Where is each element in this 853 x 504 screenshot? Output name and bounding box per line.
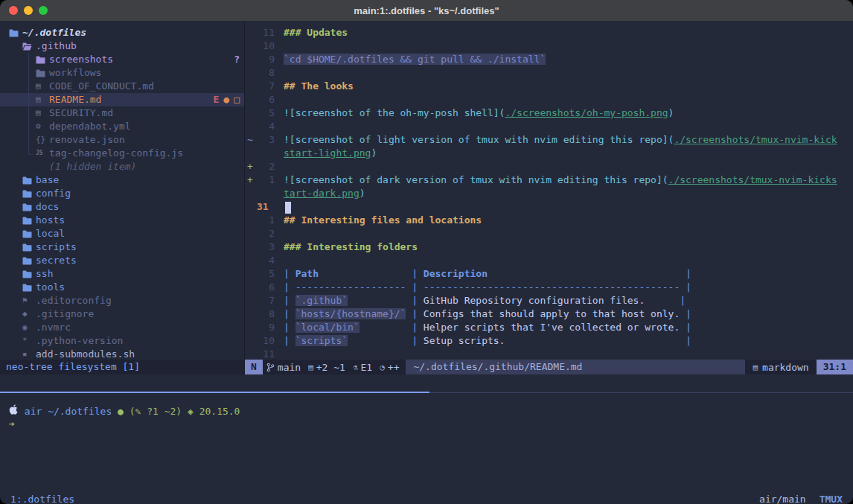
folder-icon bbox=[22, 230, 36, 238]
editor-line[interactable]: 4 bbox=[245, 254, 853, 267]
folder-icon bbox=[22, 284, 36, 292]
editor-line[interactable]: 7| `.github` | GitHub Repository configu… bbox=[245, 294, 853, 307]
line-number: 3 bbox=[255, 133, 284, 147]
tree-item-.gitignore[interactable]: ◆.gitignore bbox=[0, 307, 244, 321]
folder-icon bbox=[9, 29, 22, 37]
tree-item-secrets[interactable]: secrets bbox=[0, 254, 244, 267]
editor-line[interactable]: 5| Path | Description | bbox=[245, 267, 853, 281]
tree-item-local[interactable]: local bbox=[0, 227, 244, 240]
git-status-badge: ? bbox=[234, 53, 240, 66]
titlebar: main:1:.dotfiles - "ks~/.dotfiles" bbox=[0, 0, 853, 21]
prompt-text: air ~/.dotfiles bbox=[19, 406, 118, 417]
editor-line[interactable]: ~3![screenshot of light version of tmux … bbox=[245, 133, 853, 147]
gutter-sign bbox=[245, 334, 255, 348]
markdown-file-icon: ▤ bbox=[36, 93, 49, 106]
line-number: 2 bbox=[255, 160, 284, 173]
diamond-icon: ◆ bbox=[22, 307, 36, 321]
editor-line[interactable]: 8| `hosts/{hostname}/` | Configs that sh… bbox=[245, 307, 853, 321]
tree-item-ssh[interactable]: ssh bbox=[0, 267, 244, 281]
folder-icon bbox=[22, 176, 36, 185]
tree-item-readme.md[interactable]: ▤README.mdE●□ bbox=[0, 93, 244, 106]
line-text bbox=[285, 200, 853, 214]
syntax-segment-pl bbox=[488, 268, 686, 279]
shell-prompt: air ~/.dotfiles ● (✎ ?1 ~2) ◈ 20.15.0 bbox=[9, 404, 853, 418]
minimize-button[interactable] bbox=[24, 6, 33, 15]
line-text: ![screenshot of dark version of tmux wit… bbox=[284, 173, 853, 187]
editor-line[interactable]: 6 bbox=[245, 93, 853, 106]
tree-item-.nvmrc[interactable]: ◉.nvmrc bbox=[0, 321, 244, 334]
syntax-segment-md: ![screenshot of light version of tmux wi… bbox=[284, 134, 674, 145]
gutter-sign bbox=[245, 240, 255, 254]
syntax-segment-h2: ## The looks bbox=[284, 80, 354, 92]
tree-item-.editorconfig[interactable]: ⚑.editorconfig bbox=[0, 294, 244, 307]
tree-item-.python-version[interactable]: *.python-version bbox=[0, 334, 244, 348]
tmux-badge: TMUX bbox=[820, 494, 843, 504]
tree-item-label: README.md bbox=[49, 93, 101, 106]
tree-item-tag-changelog-config.js[interactable]: JStag-changelog-config.js bbox=[0, 147, 244, 160]
tree-item-code-of-conduct.md[interactable]: ▤CODE_OF_CONDUCT.md bbox=[0, 80, 244, 93]
editor-line[interactable]: tart-dark.png) bbox=[245, 187, 853, 200]
editor-line[interactable]: 10 bbox=[245, 39, 853, 53]
git-branch-icon bbox=[266, 363, 275, 372]
syntax-segment-link: ./screenshots/oh-my-posh.png bbox=[505, 107, 668, 118]
tree-item-label: add-submodules.sh bbox=[36, 348, 135, 360]
markdown-file-icon: ▤ bbox=[36, 106, 49, 120]
editor-line[interactable]: 11### Updates bbox=[245, 26, 853, 39]
tree-item--.dotfiles[interactable]: ~/.dotfiles bbox=[0, 26, 244, 39]
editor-line[interactable]: 2 bbox=[245, 227, 853, 240]
traffic-lights bbox=[0, 6, 48, 15]
editor-line[interactable]: 7## The looks bbox=[245, 80, 853, 93]
tree-item-workflows[interactable]: workflows bbox=[0, 66, 244, 80]
syntax-segment-cell: GitHub Repository configuration files. bbox=[424, 295, 645, 306]
tree-item-security.md[interactable]: ▤SECURITY.md bbox=[0, 106, 244, 120]
editor-line[interactable]: 11 bbox=[245, 348, 853, 360]
tree-item-docs[interactable]: docs bbox=[0, 200, 244, 214]
editor-line[interactable]: 10| `scripts` | Setup scripts. | bbox=[245, 334, 853, 348]
tree-item-dependabot.yml[interactable]: ⚙dependabot.yml bbox=[0, 120, 244, 133]
tree-item-label: screenshots bbox=[49, 53, 113, 66]
tree-item-config[interactable]: config bbox=[0, 187, 244, 200]
editor-line[interactable]: start-light.png) bbox=[245, 147, 853, 160]
close-button[interactable] bbox=[9, 6, 18, 15]
tree-item-.github[interactable]: .github bbox=[0, 39, 244, 53]
tmux-pane-border[interactable] bbox=[0, 388, 853, 397]
tree-item-base[interactable]: base bbox=[0, 173, 244, 187]
syntax-segment-link: tart-dark.png bbox=[284, 188, 360, 199]
line-number: 5 bbox=[255, 106, 284, 120]
editor-line[interactable]: 1## Interesting files and locations bbox=[245, 214, 853, 227]
gutter-sign bbox=[245, 200, 255, 214]
editor-line[interactable]: 3### Interesting folders bbox=[245, 240, 853, 254]
tree-item-label: tag-changelog-config.js bbox=[49, 147, 183, 160]
editor-line[interactable]: +2 bbox=[245, 160, 853, 173]
line-text: ![screenshot of the oh-my-posh shell](./… bbox=[284, 106, 853, 120]
editor-buffer[interactable]: 11### Updates 10 9`cd $HOME/.dotfiles &&… bbox=[245, 21, 853, 360]
editor-line[interactable]: 8 bbox=[245, 66, 853, 80]
line-text bbox=[284, 160, 853, 173]
text-cursor bbox=[285, 202, 291, 214]
syntax-segment-tbl: | bbox=[686, 322, 691, 333]
editor-line[interactable]: 9`cd $HOME/.dotfiles && git pull && ./in… bbox=[245, 53, 853, 66]
shell-pane[interactable]: air ~/.dotfiles ● (✎ ?1 ~2) ◈ 20.15.0 ➔ bbox=[0, 397, 853, 486]
line-number bbox=[255, 187, 284, 200]
zoom-button[interactable] bbox=[39, 6, 48, 15]
tree-item-add-submodules.sh[interactable]: ▪add-submodules.sh bbox=[0, 348, 244, 360]
tree-item-label: .gitignore bbox=[36, 307, 94, 321]
tree-item--1-hidden-item-[interactable]: (1 hidden item) bbox=[0, 160, 244, 173]
line-text bbox=[284, 254, 853, 267]
editor-line[interactable]: 31 bbox=[245, 200, 853, 214]
tree-item-tools[interactable]: tools bbox=[0, 281, 244, 294]
tree-item-screenshots[interactable]: screenshots? bbox=[0, 53, 244, 66]
tree-item-renovate.json[interactable]: {}renovate.json bbox=[0, 133, 244, 147]
editor-line[interactable]: +1![screenshot of dark version of tmux w… bbox=[245, 173, 853, 187]
editor-line[interactable]: 9| `local/bin` | Helper scripts that I'v… bbox=[245, 321, 853, 334]
editor-line[interactable]: 5![screenshot of the oh-my-posh shell](.… bbox=[245, 106, 853, 120]
editor-line[interactable]: 6| ------------------- | ---------------… bbox=[245, 281, 853, 294]
tmux-window-label[interactable]: 1:.dotfiles bbox=[10, 494, 74, 504]
syntax-segment-h2: ## Interesting files and locations bbox=[284, 214, 482, 226]
tree-item-label: tools bbox=[36, 281, 65, 294]
tree-item-scripts[interactable]: scripts bbox=[0, 240, 244, 254]
line-number: 8 bbox=[255, 66, 284, 80]
tree-item-hosts[interactable]: hosts bbox=[0, 214, 244, 227]
line-number: 3 bbox=[255, 240, 284, 254]
editor-line[interactable]: 4 bbox=[245, 120, 853, 133]
